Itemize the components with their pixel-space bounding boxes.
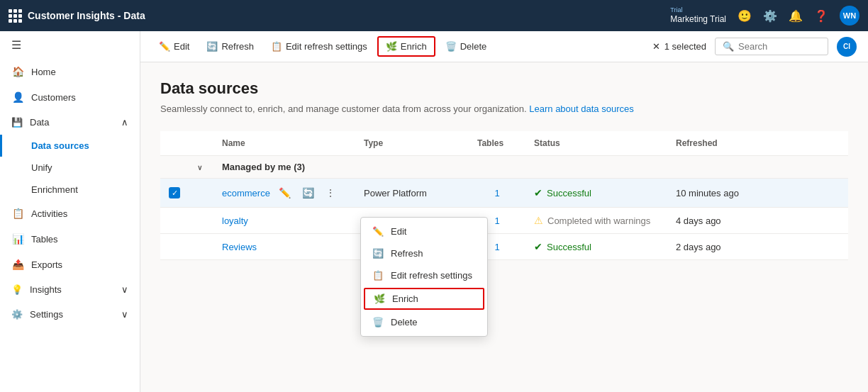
- enrichment-label: Enrichment: [31, 184, 78, 195]
- context-menu-edit-refresh[interactable]: 📋 Edit refresh settings: [361, 264, 487, 286]
- search-input[interactable]: [738, 41, 820, 52]
- table-row[interactable]: loyalty 1 ⚠ Completed with warnings 4 da…: [160, 208, 848, 234]
- sidebar-group-insights[interactable]: 💡 Insights ∨: [0, 277, 140, 302]
- sidebar-item-exports[interactable]: 📤 Exports: [0, 252, 140, 277]
- sidebar-item-unify[interactable]: Unify: [0, 157, 140, 179]
- gear-icon[interactable]: ⚙️: [763, 9, 777, 23]
- exports-icon: 📤: [11, 259, 24, 270]
- context-enrich-label: Enrich: [392, 293, 418, 304]
- page-content: Data sources Seamlessly connect to, enri…: [140, 62, 868, 392]
- data-icon: 💾: [11, 117, 23, 128]
- group-label: Managed by me (3): [213, 156, 848, 179]
- row-refreshed-cell: 4 days ago: [667, 208, 848, 234]
- page-title: Data sources: [160, 79, 848, 98]
- insights-icon: 💡: [11, 284, 23, 295]
- sidebar-group-data[interactable]: 💾 Data ∧: [0, 110, 140, 135]
- sidebar-item-enrichment[interactable]: Enrichment: [0, 179, 140, 201]
- page-subtitle: Seamlessly connect to, enrich, and manag…: [160, 103, 848, 114]
- table-row[interactable]: Reviews 1 ✔ Successful 2 days ago: [160, 234, 848, 260]
- group-header-row: ∨ Managed by me (3): [160, 156, 848, 179]
- sidebar-item-customers[interactable]: 👤 Customers: [0, 84, 140, 110]
- sidebar-group-settings[interactable]: ⚙️ Settings ∨: [0, 302, 140, 327]
- sidebar-customers-label: Customers: [31, 92, 76, 103]
- row-refreshed-cell: 2 days ago: [667, 234, 848, 260]
- sidebar-item-tables[interactable]: 📊 Tables: [0, 226, 140, 252]
- refresh-label: Refresh: [221, 41, 254, 52]
- col-type-header[interactable]: Type: [355, 131, 469, 156]
- row-edit-btn[interactable]: ✏️: [276, 186, 294, 200]
- context-menu-edit[interactable]: ✏️ Edit: [361, 220, 487, 242]
- chevron-down-icon2: ∨: [121, 309, 128, 320]
- avatar[interactable]: WN: [840, 6, 859, 26]
- context-menu-refresh[interactable]: 🔄 Refresh: [361, 242, 487, 264]
- row-more-btn[interactable]: ⋮: [323, 186, 338, 200]
- row-name-cell: Reviews: [213, 234, 355, 260]
- data-sources-label: Data sources: [31, 140, 89, 151]
- main-layout: ☰ 🏠 Home 👤 Customers 💾 Data ∧ Data sourc…: [0, 31, 868, 392]
- table-row[interactable]: ✓ ecommerce ✏️ 🔄 ⋮ Power Platform: [160, 179, 848, 208]
- edit-refresh-icon: 📋: [271, 41, 282, 52]
- app-logo: Customer Insights - Data: [9, 9, 670, 23]
- sidebar-item-data-sources[interactable]: Data sources: [0, 135, 140, 157]
- row-name-cell: ecommerce ✏️ 🔄 ⋮: [213, 179, 355, 208]
- sidebar-activities-label: Activities: [31, 208, 67, 219]
- row-checkbox-cell[interactable]: ✓: [160, 179, 189, 208]
- context-menu-enrich[interactable]: 🌿 Enrich: [364, 288, 484, 310]
- sidebar-toggle[interactable]: ☰: [0, 31, 140, 59]
- row-name-cell: loyalty: [213, 208, 355, 234]
- selected-count: ✕ 1 selected: [652, 41, 706, 52]
- table-header-row: Name Type Tables Status Refreshed: [160, 131, 848, 156]
- status-ok-icon: ✔: [534, 187, 542, 198]
- col-name-label: Name: [222, 138, 245, 148]
- help-icon[interactable]: ❓: [814, 9, 828, 23]
- delete-label: Delete: [460, 41, 487, 52]
- search-box[interactable]: 🔍: [715, 38, 828, 55]
- context-edit-label: Edit: [391, 226, 406, 237]
- group-chevron[interactable]: ∨: [197, 164, 202, 172]
- context-refresh-icon: 🔄: [372, 248, 384, 259]
- row-type-cell: Power Platform: [355, 179, 469, 208]
- context-delete-label: Delete: [391, 317, 418, 327]
- sidebar-item-activities[interactable]: 📋 Activities: [0, 201, 140, 226]
- close-selection-icon[interactable]: ✕: [652, 41, 660, 52]
- enrich-label: Enrich: [401, 41, 427, 52]
- settings-icon: ⚙️: [11, 309, 23, 320]
- smiley-icon[interactable]: 🙂: [738, 9, 752, 23]
- edit-refresh-settings-button[interactable]: 📋 Edit refresh settings: [264, 38, 374, 55]
- top-nav-right: Trial Marketing Trial 🙂 ⚙️ 🔔 ❓ WN: [670, 6, 859, 26]
- context-edit-refresh-icon: 📋: [372, 270, 384, 281]
- col-name-header[interactable]: Name: [213, 131, 355, 156]
- context-menu-delete[interactable]: 🗑️ Delete: [361, 311, 487, 333]
- row-status-cell: ✔ Successful: [525, 179, 667, 208]
- sidebar-tables-label: Tables: [31, 234, 58, 245]
- checkbox-checked[interactable]: ✓: [169, 187, 180, 198]
- context-edit-refresh-label: Edit refresh settings: [391, 270, 472, 281]
- trial-name: Marketing Trial: [670, 14, 726, 24]
- delete-button[interactable]: 🗑️ Delete: [438, 38, 494, 55]
- row-checkbox-cell[interactable]: [160, 234, 189, 260]
- edit-refresh-label: Edit refresh settings: [286, 41, 367, 52]
- top-nav: Customer Insights - Data Trial Marketing…: [0, 0, 868, 31]
- col-refreshed-header[interactable]: Refreshed: [667, 131, 848, 156]
- context-menu: ✏️ Edit 🔄 Refresh 📋 Edit refresh setting…: [360, 217, 488, 337]
- row-refresh-btn[interactable]: 🔄: [299, 186, 317, 200]
- activities-icon: 📋: [11, 208, 24, 219]
- edit-button[interactable]: ✏️ Edit: [152, 38, 196, 55]
- home-icon: 🏠: [11, 66, 24, 77]
- row-name[interactable]: loyalty: [222, 215, 248, 226]
- row-name[interactable]: Reviews: [222, 242, 257, 252]
- learn-link[interactable]: Learn about data sources: [529, 103, 633, 114]
- col-checkbox: [160, 131, 189, 156]
- sidebar-item-home[interactable]: 🏠 Home: [0, 59, 140, 84]
- bell-icon[interactable]: 🔔: [789, 9, 803, 23]
- refresh-button[interactable]: 🔄 Refresh: [199, 38, 261, 55]
- grid-icon: [9, 9, 22, 23]
- row-expand-cell: [189, 208, 213, 234]
- col-status-header[interactable]: Status: [525, 131, 667, 156]
- col-tables-header[interactable]: Tables: [469, 131, 525, 156]
- col-tables-label: Tables: [477, 138, 503, 148]
- selected-text: 1 selected: [664, 41, 706, 52]
- enrich-button[interactable]: 🌿 Enrich: [377, 36, 435, 57]
- row-checkbox-cell[interactable]: [160, 208, 189, 234]
- trial-badge: Trial Marketing Trial: [670, 6, 726, 24]
